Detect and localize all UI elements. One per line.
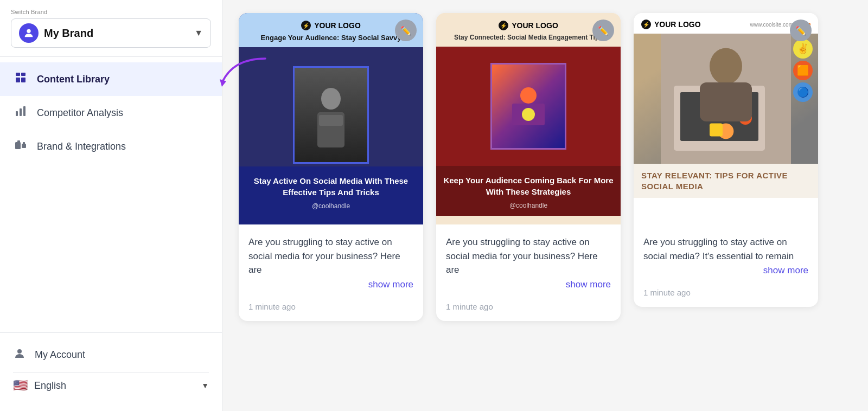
card-2-tagline: Stay Connected: Social Media Engagement … xyxy=(454,34,603,42)
svg-rect-1 xyxy=(16,73,20,76)
flag-icon: 🇺🇸 xyxy=(13,378,28,393)
card-3-photo-inner: ✌️ 🟧 🔵 xyxy=(634,34,818,164)
chevron-down-icon: ▼ xyxy=(194,28,203,38)
svg-rect-6 xyxy=(16,111,18,116)
card-1-image: ⚡ YOUR LOGO Engage Your Audience: Stay S… xyxy=(239,13,423,224)
svg-point-26 xyxy=(710,48,742,84)
switch-brand-label: Switch Brand xyxy=(11,9,211,15)
svg-rect-8 xyxy=(23,106,25,116)
language-selector[interactable]: 🇺🇸 English ▼ xyxy=(13,373,209,398)
card-3-edit-button[interactable]: ✏️ xyxy=(790,20,812,41)
nav-items: Content Library Competitor Analysis xyxy=(0,57,222,332)
brand-name: My Brand xyxy=(44,27,189,40)
card-3-bottom: STAY RELEVANT: TIPS FOR ACTIVE SOCIAL ME… xyxy=(634,164,818,198)
card-2-text-area: Are you struggling to stay active on soc… xyxy=(436,224,621,297)
language-label: English xyxy=(34,380,195,391)
svg-point-14 xyxy=(321,88,341,110)
card-3-description: Are you struggling to stay active on soc… xyxy=(643,235,808,263)
content-card-1: ✏️ ⚡ YOUR LOGO Engage Your Audience: Sta… xyxy=(239,13,423,321)
card-3-image-container: ✏️ ⚡ YOUR LOGO www.coolsite.com xyxy=(634,13,818,224)
card-1-bottom: Stay Active On Social Media With These E… xyxy=(239,166,423,216)
card-1-logo: ⚡ YOUR LOGO xyxy=(301,21,361,30)
card-2-image: ⚡ YOUR LOGO Stay Connected: Social Media… xyxy=(436,13,621,224)
card-2-main-text: Keep Your Audience Coming Back For More … xyxy=(443,175,614,197)
sidebar-item-competitor-analysis-label: Competitor Analysis xyxy=(37,107,123,119)
sidebar-item-brand-integrations-label: Brand & Integrations xyxy=(37,141,126,152)
card-3-show-more-button[interactable]: show more xyxy=(643,265,808,276)
svg-rect-4 xyxy=(21,78,25,82)
sidebar-item-content-library-label: Content Library xyxy=(37,74,110,85)
brand-integrations-icon xyxy=(13,138,28,155)
my-account-item[interactable]: My Account xyxy=(13,342,209,368)
account-icon xyxy=(13,347,26,363)
brand-avatar xyxy=(19,23,39,43)
card-2-show-more-button[interactable]: show more xyxy=(446,279,611,290)
card-2-logo: ⚡ YOUR LOGO xyxy=(499,21,558,30)
card-2-description: Are you struggling to stay active on soc… xyxy=(446,235,611,277)
content-card-3: ✏️ ⚡ YOUR LOGO www.coolsite.com xyxy=(634,13,818,307)
card-3-image: ⚡ YOUR LOGO www.coolsite.com xyxy=(634,13,818,224)
sidebar-item-content-library[interactable]: Content Library xyxy=(0,62,222,96)
sidebar-item-brand-integrations[interactable]: Brand & Integrations xyxy=(0,130,222,163)
main-content: ✏️ ⚡ YOUR LOGO Engage Your Audience: Sta… xyxy=(222,0,868,411)
svg-rect-7 xyxy=(20,108,22,116)
card-2-image-container: ✏️ ⚡ YOUR LOGO Stay Connected: Social Me… xyxy=(436,13,621,224)
language-chevron-icon: ▼ xyxy=(201,381,209,390)
svg-point-0 xyxy=(27,29,30,33)
card-1-text-area: Are you struggling to stay active on soc… xyxy=(239,224,423,297)
card-2-bottom: Keep Your Audience Coming Back For More … xyxy=(436,166,621,216)
svg-point-19 xyxy=(522,108,535,121)
card-3-title: STAY RELEVANT: TIPS FOR ACTIVE SOCIAL ME… xyxy=(641,170,810,191)
my-account-label: My Account xyxy=(35,349,85,361)
card-1-show-more-button[interactable]: show more xyxy=(248,279,413,290)
svg-rect-27 xyxy=(700,82,752,121)
card-1-handle: @coolhandle xyxy=(245,202,417,210)
card-3-text-area: Are you struggling to stay active on soc… xyxy=(634,224,818,282)
card-3-logo: ⚡ YOUR LOGO xyxy=(641,20,701,29)
content-library-icon xyxy=(13,71,28,87)
svg-rect-25 xyxy=(710,124,723,137)
svg-point-17 xyxy=(520,87,537,104)
card-1-person-photo xyxy=(293,66,369,164)
card-1-timestamp: 1 minute ago xyxy=(239,297,423,321)
card-2-edit-button[interactable]: ✏️ xyxy=(592,20,614,41)
card-1-tagline: Engage Your Audience: Stay Social Savvy xyxy=(260,34,401,42)
svg-rect-12 xyxy=(23,142,25,144)
svg-rect-2 xyxy=(21,73,25,76)
svg-rect-11 xyxy=(22,144,26,148)
card-3-timestamp: 1 minute ago xyxy=(634,282,818,307)
card-1-description: Are you struggling to stay active on soc… xyxy=(248,235,413,277)
competitor-analysis-icon xyxy=(13,105,28,121)
brand-select-dropdown[interactable]: My Brand ▼ xyxy=(11,18,211,48)
svg-rect-10 xyxy=(17,140,20,143)
card-1-main-text: Stay Active On Social Media With These E… xyxy=(245,175,417,198)
svg-rect-16 xyxy=(319,115,343,126)
sidebar: Switch Brand My Brand ▼ Co xyxy=(0,0,222,411)
brand-switcher: Switch Brand My Brand ▼ xyxy=(0,0,222,57)
card-3-url: www.coolsite.com xyxy=(750,22,793,28)
card-2-handle: @coolhandle xyxy=(443,202,614,209)
sidebar-bottom: My Account 🇺🇸 English ▼ xyxy=(0,332,222,411)
sidebar-item-competitor-analysis[interactable]: Competitor Analysis xyxy=(0,96,222,130)
card-2-timestamp: 1 minute ago xyxy=(436,297,621,321)
card-3-photo: ✌️ 🟧 🔵 xyxy=(634,34,818,164)
card-1-edit-button[interactable]: ✏️ xyxy=(395,20,417,41)
sticker-area: ✌️ 🟧 🔵 xyxy=(793,39,813,102)
content-card-2: ✏️ ⚡ YOUR LOGO Stay Connected: Social Me… xyxy=(436,13,621,321)
card-2-photo xyxy=(436,47,621,166)
card-1-photo xyxy=(239,47,423,166)
card-1-image-container: ✏️ ⚡ YOUR LOGO Engage Your Audience: Sta… xyxy=(239,13,423,224)
card-2-colorful-photo xyxy=(490,63,566,150)
svg-point-13 xyxy=(17,349,22,354)
svg-rect-3 xyxy=(16,78,20,82)
